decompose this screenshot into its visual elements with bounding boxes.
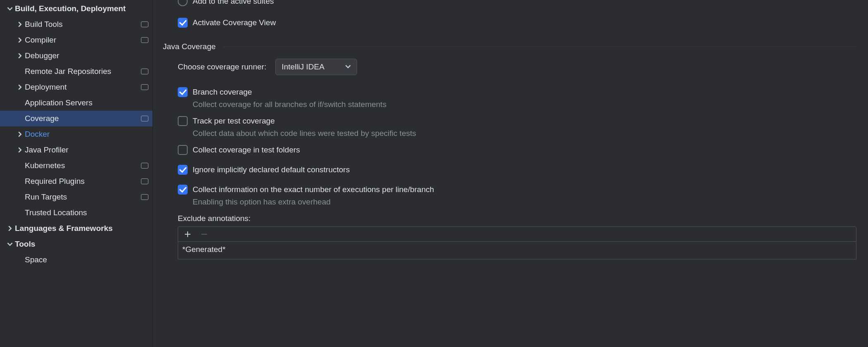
project-scope-icon	[141, 163, 148, 169]
tree-item-kubernetes[interactable]: Kubernetes	[0, 158, 153, 174]
option-description: Collect coverage for all branches of if/…	[193, 100, 856, 109]
checkbox-icon	[178, 185, 188, 195]
project-scope-icon	[141, 69, 148, 74]
radio-icon	[178, 0, 188, 6]
tree-label: Deployment	[25, 83, 138, 92]
remove-button[interactable]	[200, 230, 209, 239]
tree-item-remote-jar-repositories[interactable]: Remote Jar Repositories	[0, 64, 153, 79]
chevron-right-icon	[15, 53, 25, 59]
coverage-settings-panel: Add to the active suites Activate Covera…	[153, 0, 868, 347]
tree-item-required-plugins[interactable]: Required Plugins	[0, 174, 153, 189]
radio-add-active-suites[interactable]: Add to the active suites	[178, 0, 856, 9]
tree-section-tools[interactable]: Tools	[0, 236, 153, 252]
section-java-coverage: Java Coverage	[163, 42, 856, 51]
exclude-annotations-list: *Generated*	[178, 226, 856, 259]
checkbox-exact-executions[interactable]: Collect information on the exact number …	[178, 182, 856, 197]
tree-label: Build, Execution, Deployment	[15, 4, 148, 13]
tree-label: Application Servers	[25, 98, 148, 107]
tree-item-coverage[interactable]: Coverage	[0, 111, 153, 126]
checkbox-label: Collect information on the exact number …	[193, 185, 434, 194]
tree-item-java-profiler[interactable]: Java Profiler	[0, 142, 153, 158]
coverage-runner-select[interactable]: IntelliJ IDEA	[275, 59, 357, 75]
chevron-right-icon	[15, 147, 25, 153]
chevron-right-icon	[5, 226, 15, 231]
runner-label: Choose coverage runner:	[178, 62, 266, 71]
project-scope-icon	[141, 178, 148, 184]
tree-item-docker[interactable]: Docker	[0, 126, 153, 142]
tree-section-build-execution-deployment[interactable]: Build, Execution, Deployment	[0, 1, 153, 17]
checkbox-activate-coverage-view[interactable]: Activate Coverage View	[178, 15, 856, 31]
checkbox-label: Branch coverage	[193, 88, 252, 97]
tree-label: Tools	[15, 240, 148, 249]
tree-section-languages-frameworks[interactable]: Languages & Frameworks	[0, 221, 153, 236]
select-value: IntelliJ IDEA	[281, 62, 324, 71]
tree-item-trusted-locations[interactable]: Trusted Locations	[0, 205, 153, 221]
option-description: Collect data about which code lines were…	[193, 129, 856, 138]
project-scope-icon	[141, 194, 148, 200]
checkbox-branch-coverage[interactable]: Branch coverage	[178, 84, 856, 100]
chevron-right-icon	[15, 84, 25, 90]
tree-item-deployment[interactable]: Deployment	[0, 79, 153, 95]
tree-label: Remote Jar Repositories	[25, 67, 138, 76]
tree-label: Run Targets	[25, 193, 138, 202]
settings-tree: Build, Execution, Deployment Build Tools…	[0, 0, 153, 347]
add-button[interactable]	[183, 230, 192, 239]
chevron-right-icon	[15, 37, 25, 43]
tree-label: Languages & Frameworks	[15, 224, 148, 233]
project-scope-icon	[141, 37, 148, 43]
tree-label: Java Profiler	[25, 145, 148, 154]
tree-item-compiler[interactable]: Compiler	[0, 32, 153, 48]
checkbox-icon	[178, 145, 188, 155]
checkbox-icon	[178, 165, 188, 175]
chevron-down-icon	[5, 241, 15, 247]
checkbox-track-per-test[interactable]: Track per test coverage	[178, 113, 856, 129]
tree-label: Kubernetes	[25, 161, 138, 170]
tree-item-run-targets[interactable]: Run Targets	[0, 189, 153, 205]
tree-label: Compiler	[25, 36, 138, 45]
checkbox-label: Collect coverage in test folders	[193, 145, 300, 154]
divider-line	[223, 47, 856, 47]
tree-item-build-tools[interactable]: Build Tools	[0, 17, 153, 32]
tree-item-space[interactable]: Space	[0, 252, 153, 268]
exclude-annotations-label: Exclude annotations:	[178, 214, 856, 223]
list-toolbar	[178, 227, 856, 242]
chevron-down-icon	[335, 62, 351, 71]
chevron-right-icon	[15, 21, 25, 27]
project-scope-icon	[141, 116, 148, 121]
chevron-down-icon	[5, 6, 15, 12]
option-description: Enabling this option has extra overhead	[193, 197, 856, 207]
checkbox-label: Activate Coverage View	[193, 18, 276, 27]
project-scope-icon	[141, 84, 148, 90]
checkbox-label: Ignore implicitly declared default const…	[193, 165, 350, 174]
chevron-right-icon	[15, 131, 25, 137]
section-title: Java Coverage	[163, 42, 216, 51]
tree-item-application-servers[interactable]: Application Servers	[0, 95, 153, 111]
tree-label: Required Plugins	[25, 177, 138, 186]
tree-item-debugger[interactable]: Debugger	[0, 48, 153, 64]
checkbox-label: Track per test coverage	[193, 116, 275, 126]
tree-label: Space	[25, 255, 148, 264]
radio-label: Add to the active suites	[193, 0, 274, 6]
checkbox-coverage-in-test-folders[interactable]: Collect coverage in test folders	[178, 142, 856, 158]
tree-label: Docker	[25, 130, 148, 139]
tree-label: Build Tools	[25, 20, 138, 29]
checkbox-icon	[178, 87, 188, 97]
checkbox-icon	[178, 116, 188, 126]
checkbox-icon	[178, 18, 188, 28]
tree-label: Coverage	[25, 114, 138, 123]
checkbox-ignore-default-constructors[interactable]: Ignore implicitly declared default const…	[178, 162, 856, 178]
project-scope-icon	[141, 21, 148, 27]
tree-label: Debugger	[25, 51, 148, 60]
list-item[interactable]: *Generated*	[182, 244, 852, 255]
tree-label: Trusted Locations	[25, 208, 148, 217]
